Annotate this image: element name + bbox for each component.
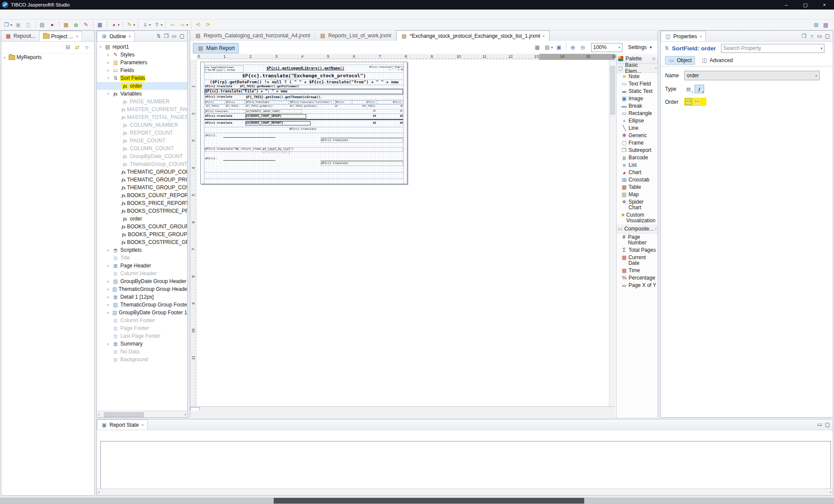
palette-ellipse[interactable]: Ellipse xyxy=(616,117,658,125)
tab-source[interactable] xyxy=(200,407,208,410)
dataset-button[interactable] xyxy=(95,20,105,29)
report-element[interactable]: $P{cc}.translate xyxy=(205,96,240,99)
report-element[interactable]: $V{BOOKS_COUNT_REPORT} xyxy=(245,121,311,125)
report-element[interactable]: $F{_THIS}.getWork(). xyxy=(245,105,289,109)
outline-item[interactable]: MASTER_TOTAL_PAGES xyxy=(97,113,187,121)
run-report-button[interactable]: ▾ xyxy=(109,20,121,29)
window-horizontal-scrollbar[interactable] xyxy=(0,497,834,504)
export-button[interactable]: ▾ xyxy=(152,20,164,29)
outline-focus-icon[interactable] xyxy=(163,33,170,39)
palette-spider-chart[interactable]: Spider Chart xyxy=(616,198,658,211)
report-element[interactable]: $P{cc}. xyxy=(205,157,222,161)
tab-repository-explorer[interactable]: Reposit... xyxy=(1,31,39,41)
outline-item[interactable]: ▹ThematicGroup Group Foote xyxy=(97,301,187,309)
canvas-vertical-scrollbar[interactable] xyxy=(609,60,615,406)
tab-outline[interactable]: Outline × xyxy=(97,31,135,41)
console-output[interactable] xyxy=(100,441,831,490)
outline-item[interactable]: ThematicGroup_COUNT xyxy=(97,160,187,168)
report-element[interactable]: $V xyxy=(364,109,376,113)
tab-design[interactable] xyxy=(190,407,200,410)
outline-item[interactable]: BOOKS_COSTPRICE_GROU xyxy=(97,238,187,246)
palette-map[interactable]: Map xyxy=(616,191,658,198)
save-button[interactable] xyxy=(13,20,23,29)
outline-item[interactable]: Title xyxy=(97,254,187,262)
zoom-in-button[interactable] xyxy=(568,43,578,52)
palette-time[interactable]: Time xyxy=(616,267,658,274)
report-element[interactable]: $P{cc}. xyxy=(335,100,351,104)
palette-static-text[interactable]: Static Text xyxy=(616,88,658,95)
tab-object[interactable]: Object xyxy=(665,56,695,65)
report-element[interactable]: $P{cc}.translate xyxy=(205,115,244,119)
outline-item[interactable]: BOOKS_COUNT_GROUP xyxy=(97,223,187,231)
order-ascending-button[interactable]: 1↓3 xyxy=(685,99,692,105)
report-page[interactable]: Page HeaderThematicGroup Group Header 1S… xyxy=(200,62,407,184)
link-with-editor-button[interactable] xyxy=(73,43,82,52)
report-element[interactable]: $P{cc}.translate("Exchange_stock_protoco… xyxy=(205,73,403,79)
report-element[interactable]: $P{cc}.translate xyxy=(321,138,403,143)
debug-button[interactable] xyxy=(47,20,57,29)
report-element[interactable]: $P{cc}.translate xyxy=(205,122,244,125)
outline-item[interactable]: Background xyxy=(97,356,187,363)
palette-line[interactable]: Line xyxy=(616,125,658,132)
outline-item[interactable]: ▿Variables xyxy=(97,90,187,98)
view-menu-button[interactable] xyxy=(82,43,92,52)
edit-style-button[interactable] xyxy=(81,20,91,29)
outline-item[interactable]: order xyxy=(97,215,187,223)
outline-item[interactable]: ▹Summary xyxy=(97,340,187,348)
minimize-icon[interactable] xyxy=(816,422,823,427)
maximize-icon[interactable] xyxy=(179,33,185,39)
minimize-icon[interactable] xyxy=(816,33,823,39)
report-element[interactable]: $F{_THIS}. xyxy=(206,105,225,109)
outline-item[interactable]: ▿Sort Fields xyxy=(97,74,187,82)
maximize-icon[interactable] xyxy=(824,33,831,39)
report-element[interactable]: $F{_THIS}. xyxy=(352,105,377,109)
report-element[interactable]: $P{cc}.translate xyxy=(205,109,245,113)
report-state-scrollbar[interactable]: ‹› xyxy=(97,488,833,495)
palette-table[interactable]: Table xyxy=(616,184,658,191)
outline-item[interactable]: BOOKS_COSTPRICE_PRICE xyxy=(97,207,187,215)
tab-advanced[interactable]: Advanced xyxy=(698,56,735,64)
palette-rectangle[interactable]: Rectangle xyxy=(616,110,658,117)
report-element[interactable]: $F xyxy=(335,105,344,109)
outline-item[interactable]: ▹GroupByDate Group Header xyxy=(97,277,187,285)
report-element[interactable]: $P{cc}.translate xyxy=(245,100,289,104)
add-image-button[interactable] xyxy=(61,20,71,29)
minimize-icon[interactable] xyxy=(171,33,178,39)
palette-list[interactable]: List xyxy=(616,161,658,169)
palette-crosstab[interactable]: Crosstab xyxy=(616,176,658,184)
type-expression-button[interactable]: f xyxy=(695,85,704,93)
editor-tab[interactable]: Reports_Cataloging_card_horizontal_A4.jr… xyxy=(190,30,315,41)
close-button[interactable]: × xyxy=(815,0,834,10)
chevron-right-icon[interactable]: ▷ xyxy=(653,56,656,61)
collapse-all-button[interactable] xyxy=(63,43,73,52)
outline-item[interactable]: ▹Detail 1 [12px] xyxy=(97,293,187,301)
collapse-icon[interactable]: « xyxy=(655,66,657,70)
palette-current-date[interactable]: Current Date xyxy=(616,254,658,267)
editor-tab-active[interactable]: *Exchange_stock_protocol_Exchange_stock_… xyxy=(396,30,549,41)
report-element[interactable]: $P{cc}.translate("File") + ": " + new xyxy=(205,89,403,94)
report-element[interactable]: $V{THEMATIC_GROUP_COUNT} xyxy=(245,109,302,113)
outline-item[interactable]: ▿report1 xyxy=(97,43,187,51)
add-datasource-button[interactable] xyxy=(71,20,81,29)
outline-item[interactable]: COLUMN_NUMBER xyxy=(97,121,187,129)
editor-image-button[interactable] xyxy=(554,43,564,52)
report-element[interactable]: $F xyxy=(392,105,403,109)
outline-item[interactable]: ▹Page Header xyxy=(97,262,187,270)
report-element[interactable]: $F{_THIS}.getReader().getFullname() xyxy=(240,85,322,89)
scrollbar-thumb[interactable] xyxy=(610,66,615,115)
report-element[interactable]: $F{_THIS}.getItem().getThematicGroup(). xyxy=(246,96,337,99)
back-button[interactable] xyxy=(168,20,178,29)
report-element[interactable]: $V xyxy=(388,122,403,125)
close-icon[interactable]: × xyxy=(700,34,702,39)
redo-button[interactable] xyxy=(203,20,213,29)
outline-item[interactable]: MASTER_CURRENT_PAGE xyxy=(97,105,187,113)
outline-item[interactable]: Page Footer xyxy=(97,324,187,332)
outline-item[interactable]: ▹Styles xyxy=(97,51,187,59)
toggle-grid-button[interactable] xyxy=(533,43,543,52)
name-combo[interactable]: order ▾ xyxy=(684,71,820,80)
new-report-wizard-button[interactable]: ▾ xyxy=(2,20,13,29)
report-element[interactable]: $F{_THIS}. xyxy=(225,105,245,109)
design-canvas[interactable]: Page HeaderThematicGroup Group Header 1S… xyxy=(197,60,615,406)
tab-main-report[interactable]: Main Report xyxy=(193,43,239,53)
tree-item-myreports[interactable]: ▹MyReports xyxy=(1,53,94,61)
